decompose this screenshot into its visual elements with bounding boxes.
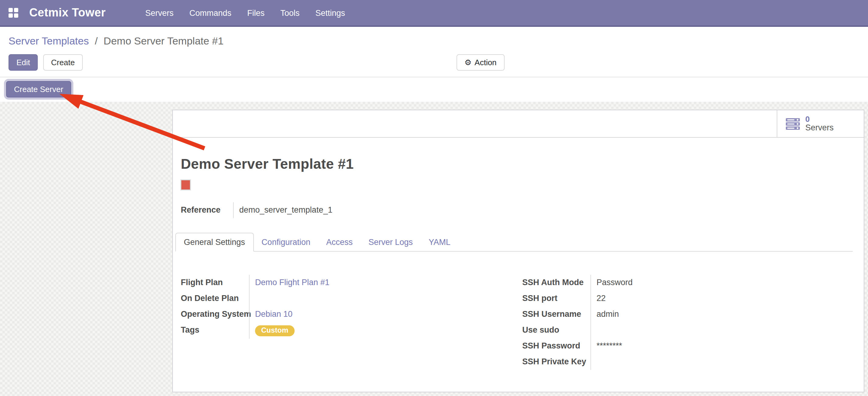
status-bar: Create Server <box>0 77 868 102</box>
servers-count-label: Servers <box>805 124 834 133</box>
breadcrumb-current: Demo Server Template #1 <box>103 35 223 47</box>
field-label-on-delete-plan: On Delete Plan <box>181 291 249 306</box>
flight-plan-link[interactable]: Demo Flight Plan #1 <box>255 278 330 287</box>
servers-stack-icon <box>786 118 800 130</box>
tab-server-logs[interactable]: Server Logs <box>361 233 421 251</box>
sheet-body: Demo Server Template #1 Reference demo_s… <box>173 156 864 370</box>
reference-group: Reference demo_server_template_1 <box>181 202 853 218</box>
create-button[interactable]: Create <box>43 54 83 71</box>
tab-general-settings[interactable]: General Settings <box>175 233 253 252</box>
field-label-ssh-port: SSH port <box>522 291 590 306</box>
field-value-ssh-username: admin <box>590 306 853 322</box>
field-group-right: SSH Auth Mode Password SSH port 22 SSH U… <box>522 275 853 370</box>
gear-icon: ⚙ <box>464 58 471 67</box>
field-label-tags: Tags <box>181 322 249 339</box>
menu-item-files[interactable]: Files <box>239 8 272 17</box>
tab-access[interactable]: Access <box>318 233 361 251</box>
brand-title: Cetmix Tower <box>29 6 105 20</box>
menu-item-tools[interactable]: Tools <box>272 8 307 17</box>
form-sheet: 0 Servers Demo Server Template #1 Refere… <box>172 110 864 392</box>
reference-value: demo_server_template_1 <box>233 202 853 218</box>
field-value-operating-system: Debian 10 <box>249 306 513 322</box>
field-label-flight-plan: Flight Plan <box>181 275 249 291</box>
breadcrumb-separator: / <box>92 35 100 47</box>
apps-grid-icon[interactable] <box>8 8 18 18</box>
tab-configuration[interactable]: Configuration <box>253 233 318 251</box>
create-server-button[interactable]: Create Server <box>6 81 71 97</box>
control-panel-buttons: Edit Create ⚙Action <box>8 54 868 71</box>
field-value-ssh-auth-mode: Password <box>590 275 853 291</box>
tag-badge-custom: Custom <box>255 325 294 336</box>
field-value-on-delete-plan <box>249 291 513 306</box>
app-window: Cetmix Tower Servers Commands Files Tool… <box>0 0 868 396</box>
menu-item-servers[interactable]: Servers <box>137 8 181 17</box>
notebook-tabs: General Settings Configuration Access Se… <box>175 233 853 252</box>
field-label-use-sudo: Use sudo <box>522 322 590 338</box>
menu-item-settings[interactable]: Settings <box>307 8 353 17</box>
color-swatch <box>181 180 190 190</box>
control-panel: Server Templates / Demo Server Template … <box>0 27 868 102</box>
field-value-flight-plan: Demo Flight Plan #1 <box>249 275 513 291</box>
breadcrumb: Server Templates / Demo Server Template … <box>0 27 868 48</box>
field-label-ssh-username: SSH Username <box>522 306 590 322</box>
field-columns: Flight Plan Demo Flight Plan #1 On Delet… <box>181 275 853 370</box>
field-group-left: Flight Plan Demo Flight Plan #1 On Delet… <box>181 275 513 370</box>
field-value-ssh-password: ******** <box>590 338 853 354</box>
menu-item-commands[interactable]: Commands <box>181 8 239 17</box>
main-menu: Servers Commands Files Tools Settings <box>137 8 353 17</box>
tab-yaml[interactable]: YAML <box>421 233 458 251</box>
reference-label: Reference <box>181 202 233 218</box>
servers-count: 0 <box>805 115 834 124</box>
field-value-tags: Custom <box>249 322 513 339</box>
action-button-label: Action <box>474 58 496 67</box>
field-label-ssh-private-key: SSH Private Key <box>522 354 590 370</box>
field-label-ssh-auth-mode: SSH Auth Mode <box>522 275 590 291</box>
field-value-ssh-private-key <box>590 354 853 370</box>
breadcrumb-parent-link[interactable]: Server Templates <box>8 35 89 47</box>
content-area: 0 Servers Demo Server Template #1 Refere… <box>0 102 868 396</box>
top-navbar: Cetmix Tower Servers Commands Files Tool… <box>0 0 868 27</box>
action-button[interactable]: ⚙Action <box>457 54 505 71</box>
field-value-use-sudo <box>590 322 853 338</box>
servers-stat-button[interactable]: 0 Servers <box>777 110 864 137</box>
field-label-ssh-password: SSH Password <box>522 338 590 354</box>
field-value-ssh-port: 22 <box>590 291 853 306</box>
operating-system-link[interactable]: Debian 10 <box>255 310 292 319</box>
field-label-operating-system: Operating System <box>181 306 249 322</box>
record-title: Demo Server Template #1 <box>181 156 853 172</box>
button-box-row: 0 Servers <box>173 110 864 138</box>
edit-button[interactable]: Edit <box>8 54 38 71</box>
